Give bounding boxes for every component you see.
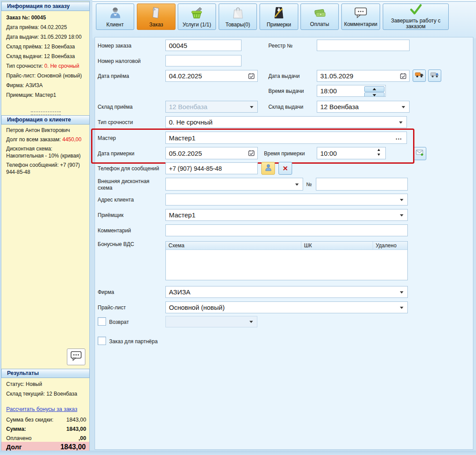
urgency-combo[interactable]: 0. Не срочный (165, 116, 407, 128)
select-phone-contact-button[interactable] (261, 162, 275, 175)
tab-order[interactable]: Заказ (137, 4, 176, 30)
calendar-icon[interactable] (248, 73, 255, 81)
tab-fittings[interactable]: Примерки (260, 4, 298, 30)
result-current-warehouse: Склад текущий: 12 Военбаза (6, 389, 87, 399)
tab-comments[interactable]: Комментарии (341, 4, 380, 30)
warehouse-received-combo[interactable]: 12 Военбаза (165, 101, 258, 113)
return-combo[interactable] (165, 316, 257, 327)
services-basket-icon (190, 6, 204, 22)
return-checkbox[interactable] (98, 317, 106, 326)
chevron-down-icon (295, 183, 299, 186)
tab-finish-order[interactable]: Завершить работу с заказом (383, 4, 449, 30)
speech-bubble-icon (70, 351, 82, 363)
chevron-down-icon (399, 121, 403, 124)
order-number-input[interactable]: 00045 (165, 40, 242, 51)
tax-number-input[interactable] (165, 55, 242, 66)
send-message-button[interactable] (414, 147, 426, 160)
calendar-icon[interactable] (400, 73, 406, 81)
bonus-vds-label: Бонусные ВДС (98, 241, 134, 248)
order-info-block: Заказ №: 00045 Дата приёма: 04.02.2025 Д… (6, 13, 87, 100)
payments-money-icon (313, 7, 326, 22)
fitting-time-input[interactable]: 10:00 (317, 147, 386, 159)
date-received-input[interactable]: 04.02.2025 (165, 70, 258, 82)
tab-goods[interactable]: Товары(0) (219, 4, 257, 30)
order-receiver: Приемщик: Мастер1 (6, 90, 87, 100)
firm-label: Фирма (98, 289, 114, 296)
tab-services[interactable]: Услуги (1/1) (178, 4, 216, 30)
client-phone: Телефон сообщений: +7 (907) 944-85-48 (6, 161, 87, 176)
phone-input[interactable]: +7 (907) 944-85-48 (165, 162, 258, 174)
results-block: Статус: Новый Склад текущий: 12 Военбаза (6, 379, 87, 399)
partner-order-label: Заказ для партнёра (109, 338, 157, 345)
partner-order-checkbox[interactable] (98, 337, 106, 345)
sidebar-header-client-info: Информация о клиенте (1, 115, 90, 125)
chevron-down-icon (250, 106, 253, 108)
comment-input[interactable] (165, 224, 408, 236)
order-document-icon (150, 6, 163, 22)
client-info-block: Петров Антон Викторович Долг по всем зак… (6, 127, 87, 178)
bonus-table-body (166, 250, 407, 280)
gray-truck-person-icon (430, 72, 439, 80)
chevron-down-icon (400, 199, 403, 201)
contact-person-icon (265, 164, 272, 173)
red-x-icon: ✕ (282, 165, 288, 172)
tab-payments[interactable]: Оплаты (300, 4, 339, 30)
calc-bonus-link[interactable]: Рассчитать бонусы за заказ (6, 406, 77, 412)
bonus-vds-table: Схема ШК Удалено (165, 241, 408, 280)
sidebar-splitter-grip[interactable] (31, 111, 61, 115)
spinner-down-icon[interactable] (364, 92, 384, 97)
phone-label: Телефон для сообщений (98, 165, 159, 172)
registry-input[interactable] (317, 40, 410, 51)
sums-block: Сумма без скидки:1843,00 Сумма:1843,00 О… (6, 415, 86, 443)
date-issue-input[interactable]: 31.05.2029 (317, 70, 410, 82)
time-issue-label: Время выдачи (268, 88, 304, 95)
chevron-down-icon (402, 106, 405, 108)
fitting-date-label: Дата примерки (98, 150, 134, 157)
fitting-time-label: Время примерки (264, 150, 305, 157)
sidebar-comment-button[interactable] (67, 349, 85, 365)
time-issue-input[interactable]: 18:00 (317, 85, 386, 97)
clear-phone-button[interactable]: ✕ (278, 162, 292, 175)
order-price-list: Прайс-лист: Основной (новый) (6, 71, 87, 81)
column-header-barcode[interactable]: ШК (301, 242, 373, 250)
result-status: Статус: Новый (6, 379, 87, 389)
urgency-label: Тип срочности (98, 119, 133, 126)
spinner-up-icon[interactable] (364, 86, 384, 92)
order-firm: Фирма: АЗИЗА (6, 81, 87, 90)
calendar-icon[interactable] (248, 150, 255, 158)
master-field[interactable]: Мастер1 ... (165, 132, 407, 144)
warehouse-issue-combo[interactable]: 12 Военбаза (317, 101, 410, 113)
column-header-deleted[interactable]: Удалено (373, 242, 407, 250)
chevron-down-icon (249, 321, 253, 323)
goods-bag-icon (232, 6, 244, 22)
comment-label: Комментарий (98, 228, 131, 234)
master-more-button[interactable]: ... (395, 134, 402, 141)
receiver-combo[interactable]: Мастер1 (165, 209, 408, 221)
registry-label: Реестр № (268, 43, 293, 49)
spinner-up-icon[interactable] (377, 149, 380, 151)
order-date-issue: Дата выдачи: 31.05.2029 18:00 (6, 32, 87, 42)
sidebar-header-results: Результаты (1, 369, 90, 378)
fitting-date-input[interactable]: 05.02.2025 (165, 147, 258, 159)
price-list-combo[interactable]: Основной (новый) (165, 301, 408, 313)
ext-discount-combo[interactable] (165, 178, 303, 191)
window-bottom-edge (0, 451, 476, 455)
order-date-received: Дата приёма: 04.02.2025 (6, 22, 87, 32)
spinner-down-icon[interactable] (377, 154, 380, 156)
client-name: Петров Антон Викторович (6, 127, 87, 134)
ext-discount-number-input[interactable] (316, 178, 408, 191)
warehouse-issue-label: Склад выдачи (268, 104, 303, 110)
chevron-down-icon (400, 214, 403, 216)
fitting-time-spinner[interactable] (377, 149, 380, 156)
mail-plus-icon (416, 149, 424, 158)
price-list-label: Прайс-лист (98, 305, 126, 311)
tab-client[interactable]: Клиент (96, 4, 134, 30)
client-address-combo[interactable] (165, 194, 408, 205)
courier-truck-button[interactable] (428, 70, 441, 82)
delivery-truck-button[interactable] (413, 70, 426, 82)
receiver-label: Приёмщик (98, 212, 124, 219)
firm-combo[interactable]: АЗИЗА (165, 286, 408, 298)
time-issue-spinner[interactable] (364, 86, 384, 97)
column-header-scheme[interactable]: Схема (166, 242, 301, 250)
client-discount-scheme: Дисконтная схема: Накопительная - 10% (к… (6, 145, 87, 159)
